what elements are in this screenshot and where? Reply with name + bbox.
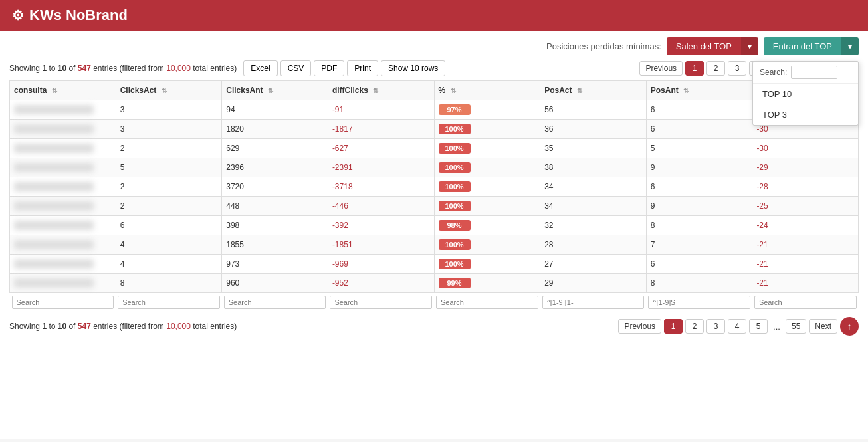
- next-button-bottom[interactable]: Next: [809, 319, 837, 334]
- filter-row: Posiciones perdidas mínimas: Salen del T…: [9, 37, 859, 55]
- col-posant[interactable]: PosAnt ⇅: [646, 81, 752, 100]
- cell-pct: 100%: [434, 158, 540, 177]
- top-dropdown-menu: Search: TOP 10 TOP 3: [752, 61, 859, 126]
- col-clicksact[interactable]: ClicksAct ⇅: [116, 81, 222, 100]
- pdf-button[interactable]: PDF: [314, 60, 344, 76]
- page-55-button-bottom[interactable]: 55: [786, 319, 806, 334]
- gear-icon: ⚙: [12, 7, 24, 23]
- cell-clicksact: 5: [116, 158, 222, 177]
- search-diffpos[interactable]: [754, 296, 857, 309]
- prev-button-bottom[interactable]: Previous: [618, 319, 661, 334]
- cell-diffclicks: -3718: [328, 177, 434, 197]
- page-4-button-bottom[interactable]: 4: [728, 319, 746, 334]
- cell-clicksant: 973: [222, 255, 328, 274]
- entran-caret-button[interactable]: ▾: [841, 37, 859, 55]
- cell-diffclicks: -2391: [328, 158, 434, 177]
- col-consulta[interactable]: consulta ⇅: [10, 81, 116, 100]
- cell-consulta: [10, 120, 116, 139]
- dropdown-item-top3[interactable]: TOP 3: [753, 104, 858, 125]
- col-pct[interactable]: % ⇅: [434, 81, 540, 100]
- page-5-button-bottom[interactable]: 5: [749, 319, 768, 334]
- cell-clicksact: 3: [116, 100, 222, 120]
- cell-posant: 6: [646, 255, 752, 274]
- cell-posant: 7: [646, 235, 752, 255]
- search-diffclicks[interactable]: [330, 296, 432, 309]
- table-row: 2448-446100%349-25: [10, 197, 859, 216]
- entran-del-top-button[interactable]: Entran del TOP: [764, 37, 841, 55]
- cell-clicksact: 2: [116, 139, 222, 158]
- search-clicksact[interactable]: [118, 296, 220, 309]
- table-row: 394-9197%566-50: [10, 100, 859, 120]
- dropdown-item-top10[interactable]: TOP 10: [753, 84, 858, 104]
- cell-diffpos: -29: [752, 158, 859, 177]
- cell-pct: 100%: [434, 255, 540, 274]
- col-diffclicks[interactable]: diffClicks ⇅: [328, 81, 434, 100]
- page-3-button[interactable]: 3: [728, 61, 746, 76]
- table-row: 2629-627100%355-30: [10, 139, 859, 158]
- main-content: Posiciones perdidas mínimas: Salen del T…: [0, 31, 868, 439]
- cell-diffclicks: -1817: [328, 120, 434, 139]
- table-row: 4973-969100%276-21: [10, 255, 859, 274]
- cell-clicksant: 448: [222, 197, 328, 216]
- prev-button[interactable]: Previous: [639, 61, 683, 76]
- search-posant[interactable]: [648, 296, 750, 309]
- cell-clicksact: 2: [116, 177, 222, 197]
- ellipsis-2: ...: [770, 322, 783, 332]
- cell-pct: 100%: [434, 197, 540, 216]
- bottom-row: Showing 1 to 10 of 547 entries (filtered…: [9, 317, 859, 336]
- cell-posant: 9: [646, 197, 752, 216]
- filter-label: Posiciones perdidas mínimas:: [546, 41, 661, 51]
- cell-posact: 32: [540, 216, 647, 235]
- cell-diffclicks: -91: [328, 100, 434, 120]
- table-row: 23720-3718100%346-28: [10, 177, 859, 197]
- col-clicksant[interactable]: ClicksAnt ⇅: [222, 81, 328, 100]
- data-table: consulta ⇅ ClicksAct ⇅ ClicksAnt ⇅ diffC…: [9, 80, 859, 312]
- cell-diffpos: -24: [752, 216, 859, 235]
- col-posact[interactable]: PosAct ⇅: [540, 81, 647, 100]
- cell-diffclicks: -392: [328, 216, 434, 235]
- salen-caret-button[interactable]: ▾: [741, 37, 758, 55]
- table-row: 41855-1851100%287-21: [10, 235, 859, 255]
- search-clicksant[interactable]: [224, 296, 326, 309]
- top-left: Showing 1 to 10 of 547 entries (filtered…: [9, 60, 445, 76]
- table-row: 52396-2391100%389-29: [10, 158, 859, 177]
- cell-consulta: [10, 274, 116, 293]
- page-2-button-bottom[interactable]: 2: [685, 319, 704, 334]
- top-row-wrapper: Showing 1 to 10 of 547 entries (filtered…: [9, 60, 859, 76]
- page-3-button-bottom[interactable]: 3: [706, 319, 725, 334]
- cell-clicksant: 1855: [222, 235, 328, 255]
- search-pct[interactable]: [436, 296, 538, 309]
- table-header-row: consulta ⇅ ClicksAct ⇅ ClicksAnt ⇅ diffC…: [10, 81, 859, 100]
- cell-posant: 6: [646, 100, 752, 120]
- bottom-pagination-wrapper: Previous 1 2 3 4 5 ... 55 Next ↑: [618, 317, 859, 336]
- cell-pct: 98%: [434, 216, 540, 235]
- search-posact[interactable]: [542, 296, 645, 309]
- print-button[interactable]: Print: [347, 60, 378, 76]
- cell-diffpos: -21: [752, 235, 859, 255]
- csv-button[interactable]: CSV: [280, 60, 312, 76]
- salen-del-top-button[interactable]: Salen del TOP: [667, 37, 741, 55]
- page-1-button-bottom[interactable]: 1: [664, 319, 683, 334]
- show-rows-button[interactable]: Show 10 rows: [381, 60, 445, 76]
- dropdown-search-input[interactable]: [791, 66, 837, 79]
- cell-diffclicks: -969: [328, 255, 434, 274]
- cell-posant: 6: [646, 177, 752, 197]
- cell-posant: 9: [646, 158, 752, 177]
- cell-consulta: [10, 197, 116, 216]
- cell-clicksact: 4: [116, 255, 222, 274]
- cell-clicksact: 3: [116, 120, 222, 139]
- cell-diffpos: -28: [752, 177, 859, 197]
- cell-clicksact: 6: [116, 216, 222, 235]
- page-1-button[interactable]: 1: [685, 61, 704, 76]
- cell-posact: 28: [540, 235, 647, 255]
- cell-consulta: [10, 216, 116, 235]
- cell-clicksact: 4: [116, 235, 222, 255]
- header: ⚙ KWs NoBrand: [0, 0, 868, 31]
- search-consulta[interactable]: [12, 296, 114, 309]
- scroll-to-top-button[interactable]: ↑: [840, 317, 859, 336]
- cell-pct: 97%: [434, 100, 540, 120]
- data-table-wrapper: consulta ⇅ ClicksAct ⇅ ClicksAnt ⇅ diffC…: [9, 80, 859, 312]
- cell-posant: 8: [646, 216, 752, 235]
- excel-button[interactable]: Excel: [243, 60, 277, 76]
- page-2-button[interactable]: 2: [706, 61, 725, 76]
